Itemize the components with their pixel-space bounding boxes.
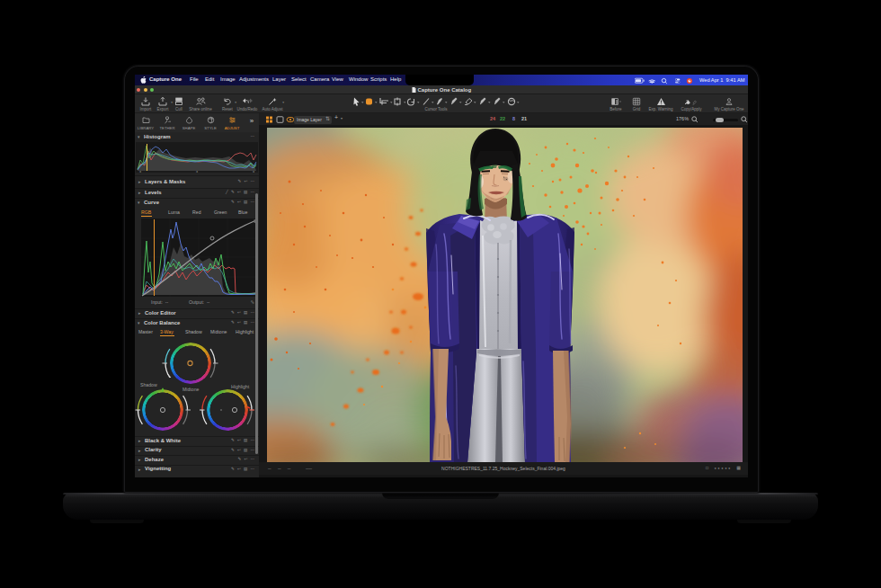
- svg-text:◄: ◄: [138, 170, 141, 174]
- svg-text:◄: ◄: [195, 170, 198, 174]
- svg-text:◄: ◄: [252, 170, 254, 174]
